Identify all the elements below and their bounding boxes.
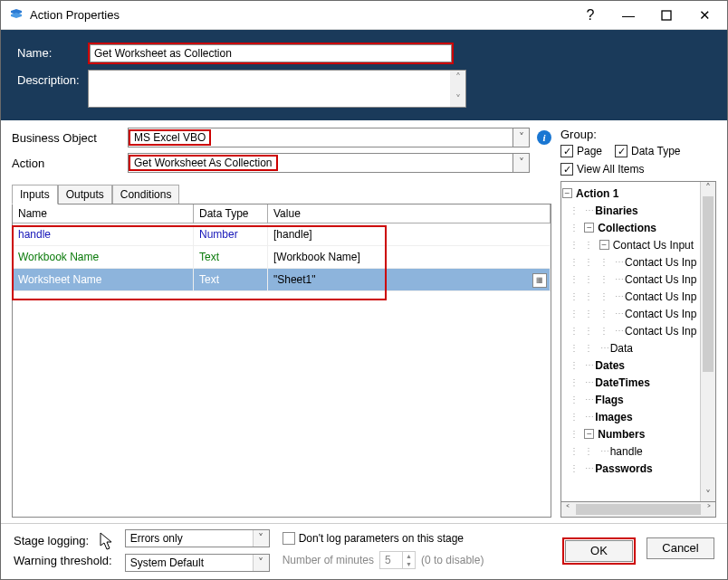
svg-marker-1 xyxy=(11,13,22,18)
tree-item-label: handle xyxy=(610,445,643,458)
tree-item-label: Collections xyxy=(598,222,656,234)
description-scrollbar[interactable]: ˄˅ xyxy=(450,70,466,108)
tree-item-label: Contact Us Inp xyxy=(625,290,696,303)
num-minutes-spinner: 5 ▲▼ xyxy=(379,551,416,569)
grid-row[interactable]: Workbook NameText[Workbook Name] xyxy=(13,246,551,269)
col-type[interactable]: Data Type xyxy=(194,204,268,223)
datatype-checkbox[interactable]: ✓Data Type xyxy=(615,145,680,157)
name-highlight xyxy=(88,43,454,64)
chevron-down-icon: ˅ xyxy=(513,128,530,147)
ok-button[interactable]: OK xyxy=(565,540,633,562)
action-dropdown[interactable]: Get Worksheet As Collection ˅ xyxy=(128,153,530,173)
warning-threshold-dropdown[interactable]: System Default˅ xyxy=(125,554,270,572)
stage-logging-dropdown[interactable]: Errors only˅ xyxy=(125,529,270,547)
description-input[interactable] xyxy=(88,70,450,108)
help-button[interactable]: ? xyxy=(571,1,609,29)
tree-item[interactable]: ⋮ ⋮ ⋯Data xyxy=(562,339,699,357)
cancel-button[interactable]: Cancel xyxy=(647,537,714,559)
tree-item[interactable]: ⋮ ⋮ ⋮ ⋯Contact Us Inp xyxy=(562,305,699,322)
grid-cell-value[interactable]: [Workbook Name] xyxy=(268,246,551,269)
tree-item-label: Contact Us Inp xyxy=(625,308,696,320)
minimize-button[interactable]: — xyxy=(609,1,647,29)
collapse-icon[interactable]: − xyxy=(584,429,594,439)
tree-item[interactable]: ⋮ ⋮ ⋮ ⋯Contact Us Inp xyxy=(562,253,699,271)
tree-item-label: Contact Us Inp xyxy=(625,325,696,338)
col-name[interactable]: Name xyxy=(13,204,194,223)
stage-logging-label: Stage logging: xyxy=(14,534,112,547)
tree-item-label: Data xyxy=(610,342,633,355)
chevron-down-icon: ˅ xyxy=(253,555,269,571)
tree-item-label: Passwords xyxy=(595,462,652,475)
collapse-icon[interactable]: − xyxy=(599,240,609,250)
tree-hscroll[interactable]: ˂˃ xyxy=(560,502,716,518)
grid-header: Name Data Type Value xyxy=(13,204,551,223)
tree-item[interactable]: ⋮ ⋮ ⋮ ⋯Contact Us Inp xyxy=(562,288,699,305)
tree-vscroll[interactable]: ˄˅ xyxy=(700,182,715,501)
grid-cell-type: Text xyxy=(194,246,268,269)
tree-item[interactable]: ⋮ ⋮ ⋮ ⋯Contact Us Inp xyxy=(562,322,699,339)
info-icon[interactable]: i xyxy=(537,130,551,145)
tree-item-label: Contact Us Inp xyxy=(625,273,696,286)
tree-item[interactable]: ⋮ ⋯Images xyxy=(562,408,699,425)
tree-item-label[interactable]: Action 1 xyxy=(576,187,618,200)
tree-item[interactable]: ⋮ −Collections xyxy=(562,219,699,236)
to-disable-label: (0 to disable) xyxy=(421,554,484,566)
tree-item-label: Contact Us Inp xyxy=(625,256,696,269)
grid-cell-value[interactable]: [handle] xyxy=(268,223,551,246)
chevron-down-icon: ˅ xyxy=(513,153,530,173)
titlebar[interactable]: Action Properties ? — ✕ xyxy=(1,1,727,30)
view-all-checkbox[interactable]: ✓View All Items xyxy=(560,163,716,176)
tree-item[interactable]: ⋮ ⋮ ⋮ ⋯Contact Us Inp xyxy=(562,271,699,288)
chevron-down-icon: ˅ xyxy=(253,530,269,547)
page-checkbox[interactable]: ✓Page xyxy=(560,145,602,157)
tree-item[interactable]: −Action 1 xyxy=(562,185,699,202)
header-panel: Name: Description: ˄˅ xyxy=(1,30,727,120)
window-title: Action Properties xyxy=(30,8,571,22)
business-object-dropdown[interactable]: MS Excel VBO ˅ xyxy=(128,128,530,147)
group-label: Group: xyxy=(560,128,716,141)
col-value[interactable]: Value xyxy=(268,204,551,223)
tree-item-label: Dates xyxy=(595,359,625,372)
grid-cell-name: Workbook Name xyxy=(13,246,194,269)
tree-item-label: Numbers xyxy=(598,428,645,441)
dont-log-checkbox[interactable]: Don't log parameters on this stage xyxy=(283,532,484,545)
warning-threshold-label: Warning threshold: xyxy=(14,554,112,567)
tree-item[interactable]: ⋮ ⋯Flags xyxy=(562,391,699,408)
dialog-window: Action Properties ? — ✕ Name: Descriptio… xyxy=(0,0,728,580)
tree-item[interactable]: ⋮ ⋯DateTimes xyxy=(562,374,699,391)
grid-cell-type: Text xyxy=(194,269,268,291)
description-label: Description: xyxy=(17,70,88,87)
tree-item-label: Flags xyxy=(595,394,623,406)
footer: Stage logging: Warning threshold: Errors… xyxy=(1,523,727,579)
maximize-button[interactable] xyxy=(647,1,685,29)
tab-inputs[interactable]: Inputs xyxy=(12,185,58,204)
svg-rect-2 xyxy=(662,11,671,20)
tree-item[interactable]: ⋮ ⋯Passwords xyxy=(562,460,699,477)
business-object-value: MS Excel VBO xyxy=(129,129,211,146)
expression-editor-icon[interactable]: ▦ xyxy=(532,273,547,288)
collapse-icon[interactable]: − xyxy=(562,188,572,198)
tabstrip: Inputs Outputs Conditions xyxy=(12,184,551,204)
tree-item[interactable]: ⋮ ⋮ −Contact Us Input xyxy=(562,236,699,253)
name-input[interactable] xyxy=(90,44,452,62)
grid-row[interactable]: handleNumber[handle] xyxy=(13,223,551,246)
grid-cell-name: Worksheet Name xyxy=(13,269,194,291)
app-icon xyxy=(8,7,24,24)
inputs-grid[interactable]: Name Data Type Value handleNumber[handle… xyxy=(12,204,551,518)
collapse-icon[interactable]: − xyxy=(584,223,594,233)
ok-highlight: OK xyxy=(562,537,636,565)
tree-item[interactable]: ⋮ ⋮ ⋯handle xyxy=(562,442,699,460)
grid-cell-value[interactable]: "Sheet1"▦ xyxy=(268,269,551,291)
business-object-label: Business Object xyxy=(12,131,128,145)
data-items-tree[interactable]: −Action 1⋮ ⋯Binaries⋮ −Collections⋮ ⋮ −C… xyxy=(560,181,716,502)
tree-item[interactable]: ⋮ −Numbers xyxy=(562,425,699,442)
tree-item-label: DateTimes xyxy=(595,376,649,389)
close-button[interactable]: ✕ xyxy=(685,1,723,29)
tree-item-label: Binaries xyxy=(595,204,637,217)
tab-conditions[interactable]: Conditions xyxy=(112,185,180,204)
tree-item[interactable]: ⋮ ⋯Dates xyxy=(562,357,699,374)
tree-item[interactable]: ⋮ ⋯Binaries xyxy=(562,202,699,219)
tab-outputs[interactable]: Outputs xyxy=(58,185,112,204)
tree-item-label: Contact Us Input xyxy=(613,239,694,252)
grid-row[interactable]: Worksheet NameText"Sheet1"▦ xyxy=(13,269,551,291)
